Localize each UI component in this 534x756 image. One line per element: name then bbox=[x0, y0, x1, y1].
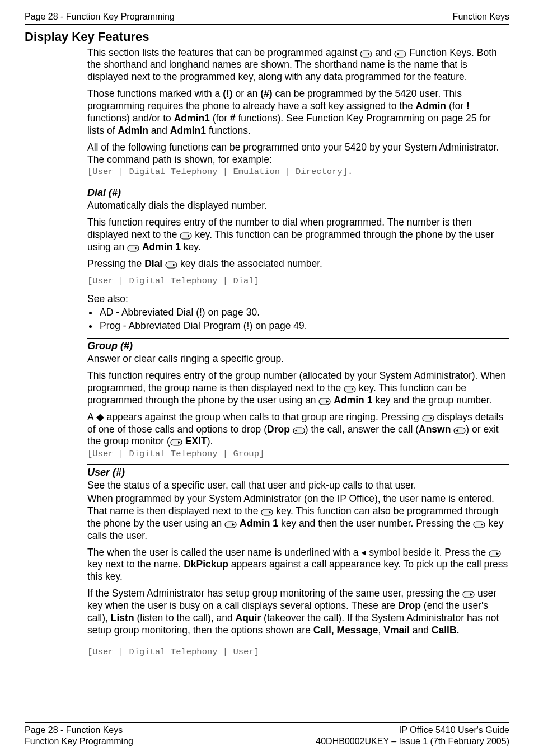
group-section: Group (#) Answer or clear calls ringing … bbox=[87, 338, 509, 460]
text: or an bbox=[233, 88, 261, 99]
key-right-icon bbox=[473, 521, 485, 528]
text: If the System Administrator has setup gr… bbox=[87, 588, 462, 599]
footer-left-1: Page 28 - Function Keys bbox=[25, 725, 133, 736]
bold: Vmail bbox=[383, 624, 410, 636]
bold: Admin bbox=[118, 125, 148, 136]
bold: Drop bbox=[267, 424, 290, 435]
text: (listen to the call), and bbox=[134, 612, 236, 623]
text: Those functions marked with a bbox=[87, 88, 223, 99]
section-title: Display Key Features bbox=[25, 29, 509, 45]
bold: Drop bbox=[398, 600, 421, 611]
footer-right-2: 40DHB0002UKEY – Issue 1 (7th February 20… bbox=[316, 736, 509, 747]
user-cmd: [User | Digital Telephony | User] bbox=[87, 647, 509, 658]
text: key and then the user number. Pressing t… bbox=[278, 518, 473, 529]
triangle-left-icon: ◂ bbox=[361, 547, 366, 558]
text: functions. bbox=[206, 125, 251, 136]
bullet-item: Prog - Abbreviated Dial Program (!) on p… bbox=[99, 320, 509, 332]
user-p4: If the System Administrator has setup gr… bbox=[87, 588, 509, 637]
dial-p3: Pressing the Dial key dials the associat… bbox=[87, 258, 509, 270]
page-header: Page 28 - Function Key Programming Funct… bbox=[25, 11, 509, 25]
bold: Admin 1 bbox=[334, 395, 372, 406]
group-p2: This function requires entry of the grou… bbox=[87, 370, 509, 407]
footer-left: Page 28 - Function Keys Function Key Pro… bbox=[25, 725, 133, 747]
text: key. bbox=[181, 241, 201, 252]
dial-heading: Dial (#) bbox=[87, 186, 509, 199]
text: This section lists the features that can… bbox=[87, 47, 360, 58]
text: symbol beside it. Press the bbox=[366, 547, 489, 558]
dial-bullets: AD - Abbreviated Dial (!) on page 30. Pr… bbox=[87, 307, 509, 332]
text: key next to the name. bbox=[87, 558, 184, 570]
intro-cmd: [User | Digital Telephony | Emulation | … bbox=[87, 167, 509, 177]
bold: Admin1 bbox=[170, 125, 206, 136]
see-also: See also: bbox=[87, 293, 509, 306]
dial-p1: Automatically dials the displayed number… bbox=[87, 200, 509, 212]
divider bbox=[87, 338, 509, 339]
text: appears against the group when calls to … bbox=[104, 411, 422, 422]
text: and bbox=[372, 47, 394, 58]
key-right-icon bbox=[170, 439, 182, 446]
user-p3: The when the user is called the user nam… bbox=[87, 547, 509, 584]
bold: Admin1 bbox=[174, 112, 210, 124]
text: ) the call, answer the call ( bbox=[305, 424, 419, 435]
key-left-icon bbox=[453, 427, 466, 434]
text: and bbox=[148, 125, 170, 136]
dial-section: Dial (#) Automatically dials the display… bbox=[87, 185, 509, 332]
footer-right: IP Office 5410 User's Guide 40DHB0002UKE… bbox=[316, 725, 509, 747]
bold: Admin 1 bbox=[240, 518, 278, 529]
bold: DkPickup bbox=[184, 558, 228, 570]
key-right-icon bbox=[489, 550, 501, 557]
dial-p2: This function requires entry of the numb… bbox=[87, 217, 509, 253]
key-right-icon bbox=[224, 521, 237, 528]
bold: Dial bbox=[144, 258, 162, 269]
text: (for bbox=[446, 100, 466, 111]
bold: Answn bbox=[419, 424, 451, 435]
text: ). bbox=[207, 435, 213, 447]
header-right: Function Keys bbox=[453, 11, 509, 22]
text: The when the user is called the user nam… bbox=[87, 547, 361, 558]
key-right-icon bbox=[261, 509, 273, 516]
text: functions) and/or to bbox=[87, 112, 174, 124]
divider bbox=[87, 185, 509, 185]
bold: Call, Message bbox=[313, 624, 378, 636]
page-footer: Page 28 - Function Keys Function Key Pro… bbox=[25, 722, 509, 747]
footer-left-2: Function Key Programming bbox=[25, 736, 133, 747]
text: A bbox=[87, 411, 96, 422]
group-p3: A ◆ appears against the group when calls… bbox=[87, 411, 509, 448]
divider bbox=[87, 464, 509, 465]
key-right-icon bbox=[165, 261, 177, 269]
key-left-icon bbox=[394, 50, 406, 58]
intro-p2: Those functions marked with a (!) or an … bbox=[87, 88, 509, 137]
group-cmd: [User | Digital Telephony | Group] bbox=[87, 449, 509, 459]
intro-p3: All of the following functions can be pr… bbox=[87, 142, 509, 166]
bold: EXIT bbox=[185, 435, 207, 447]
diamond-icon: ◆ bbox=[96, 411, 104, 422]
bold: Listn bbox=[111, 612, 134, 623]
bold: (!) bbox=[223, 88, 232, 99]
key-right-icon bbox=[462, 591, 475, 598]
user-p1: See the status of a specific user, call … bbox=[87, 480, 509, 492]
bold: ! bbox=[466, 100, 470, 111]
text: (for bbox=[210, 112, 230, 124]
text: key and the group number. bbox=[372, 395, 491, 406]
bold: Admin bbox=[416, 100, 446, 111]
bold: Aquir bbox=[236, 612, 261, 623]
key-right-icon bbox=[422, 415, 434, 422]
bullet-item: AD - Abbreviated Dial (!) on page 30. bbox=[99, 307, 509, 319]
user-section: User (#) See the status of a specific us… bbox=[87, 464, 509, 658]
footer-right-1: IP Office 5410 User's Guide bbox=[316, 725, 509, 736]
key-right-icon bbox=[318, 398, 331, 405]
intro-p1: This section lists the features that can… bbox=[87, 47, 509, 84]
group-p1: Answer or clear calls ringing a specific… bbox=[87, 353, 509, 365]
bold: # bbox=[230, 112, 236, 124]
dial-cmd: [User | Digital Telephony | Dial] bbox=[87, 276, 509, 287]
bold: (#) bbox=[260, 88, 272, 99]
text: and bbox=[410, 624, 432, 636]
text: Pressing the bbox=[87, 258, 144, 269]
text: , bbox=[378, 624, 383, 636]
bold: Admin 1 bbox=[142, 241, 181, 252]
intro-block: This section lists the features that can… bbox=[87, 47, 509, 178]
user-p2: When programmed by your System Administr… bbox=[87, 493, 509, 542]
group-heading: Group (#) bbox=[87, 340, 509, 353]
key-right-icon bbox=[127, 245, 139, 252]
text: key dials the associated number. bbox=[177, 258, 322, 269]
